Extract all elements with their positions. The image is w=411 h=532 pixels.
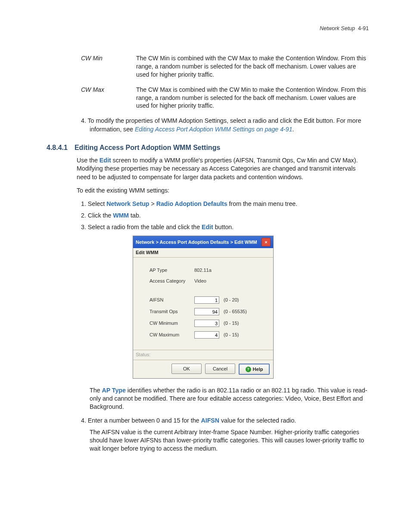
definition-desc: The CW Min is combined with the CW Max t… bbox=[136, 54, 369, 79]
lead-paragraph: To edit the existing WMM settings: bbox=[47, 187, 369, 195]
definition-row: CW Max The CW Max is combined with the C… bbox=[81, 86, 369, 110]
cw-min-input[interactable] bbox=[194, 320, 219, 327]
cw-min-row: CW Minimum (0 - 15) bbox=[149, 320, 265, 327]
help-button[interactable]: ? Help bbox=[239, 364, 270, 375]
definition-term: CW Max bbox=[81, 86, 136, 110]
dialog-footer: OK Cancel ? Help bbox=[133, 360, 273, 378]
transmit-ops-row: Transmit Ops (0 - 65535) bbox=[149, 308, 265, 315]
help-icon: ? bbox=[246, 367, 251, 372]
aifsn-paragraph: The AIFSN value is the current Arbitrary… bbox=[47, 428, 369, 453]
ap-type-value: 802.11a bbox=[194, 267, 212, 274]
section-heading: 4.8.4.1 Editing Access Port Adoption WMM… bbox=[47, 143, 369, 152]
transmit-ops-label: Transmit Ops bbox=[149, 308, 194, 315]
cancel-button[interactable]: Cancel bbox=[205, 364, 235, 374]
access-category-value: Video bbox=[194, 278, 206, 284]
step-3: 3. Select a radio from the table and cli… bbox=[81, 223, 369, 231]
ap-type-paragraph: The AP Type identifies whether the radio… bbox=[47, 386, 369, 411]
aifsn-label: AIFSN bbox=[149, 297, 194, 303]
section-title: Editing Access Port Adoption WMM Setting… bbox=[75, 143, 220, 152]
section-number: 4.8.4.1 bbox=[47, 143, 68, 152]
aifsn-input[interactable] bbox=[194, 296, 219, 304]
cw-min-label: CW Minimum bbox=[149, 320, 194, 327]
intro-paragraph: Use the Edit screen to modify a WMM prof… bbox=[47, 156, 369, 181]
access-category-row: Access Category Video bbox=[149, 278, 265, 284]
aifsn-range: (0 - 20) bbox=[224, 297, 239, 303]
cross-ref-link[interactable]: Editing Access Port Adoption WMM Setting… bbox=[135, 126, 293, 133]
step-4: 4. Enter a number between 0 and 15 for t… bbox=[81, 417, 369, 425]
header-section: Network Setup bbox=[320, 25, 355, 31]
ap-type-label: AP Type bbox=[149, 267, 194, 274]
dialog-title: Network > Access Port Adoption Defaults … bbox=[136, 239, 262, 246]
ok-button[interactable]: OK bbox=[171, 364, 202, 374]
cw-max-label: CW Maximum bbox=[149, 332, 194, 338]
step-2: 2. Click the WMM tab. bbox=[81, 212, 369, 220]
header-page: 4-91 bbox=[358, 25, 369, 31]
ap-type-row: AP Type 802.11a bbox=[149, 267, 265, 274]
close-icon[interactable]: × bbox=[262, 238, 271, 246]
cw-max-row: CW Maximum (0 - 15) bbox=[149, 331, 265, 339]
aifsn-row: AIFSN (0 - 20) bbox=[149, 296, 265, 304]
definition-desc: The CW Max is combined with the CW Min t… bbox=[136, 86, 369, 110]
transmit-ops-input[interactable] bbox=[194, 308, 219, 315]
access-category-label: Access Category bbox=[149, 278, 194, 284]
transmit-ops-range: (0 - 65535) bbox=[224, 308, 247, 315]
step-1: 1. Select Network Setup > Radio Adoption… bbox=[81, 200, 369, 208]
cw-max-range: (0 - 15) bbox=[224, 332, 239, 338]
definition-term: CW Min bbox=[81, 54, 136, 79]
dialog-status: Status: bbox=[133, 350, 273, 360]
cw-min-range: (0 - 15) bbox=[224, 320, 239, 327]
step-4-pre: 4. To modify the properties of WMM Adopt… bbox=[81, 117, 369, 133]
definition-row: CW Min The CW Min is combined with the C… bbox=[81, 54, 369, 79]
definitions-table: CW Min The CW Min is combined with the C… bbox=[47, 54, 369, 110]
edit-wmm-dialog: Network > Access Port Adoption Defaults … bbox=[133, 236, 274, 379]
running-header: Network Setup 4-91 bbox=[320, 25, 369, 32]
dialog-subtitle: Edit WMM bbox=[133, 248, 273, 258]
cw-max-input[interactable] bbox=[194, 331, 219, 339]
dialog-titlebar: Network > Access Port Adoption Defaults … bbox=[133, 236, 273, 248]
